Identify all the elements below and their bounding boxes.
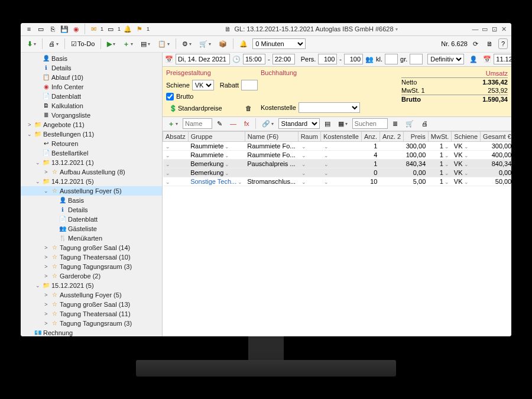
flag-icon[interactable]: ⚑ [135,24,144,34]
grid-remove-button[interactable]: — [227,118,239,129]
gear-button[interactable]: ⚙ [179,38,194,50]
stdprice-button[interactable]: 💲 Standardpreise [166,103,225,114]
grid-add-button[interactable]: ＋ [165,118,181,130]
tree-node[interactable]: 📄Datenblatt [21,92,162,101]
tree-node[interactable]: 📄Datenblatt [21,215,162,224]
col-header[interactable]: Preis [404,131,429,141]
expand-icon[interactable]: ⌄ [35,283,41,288]
expand-icon[interactable]: > [43,169,49,175]
tree-node[interactable]: >☆Tagung Theatersaal (10) [21,252,162,262]
tree-node[interactable]: ⌄📁Bestellungen (11) [21,129,162,139]
grid-edit-button[interactable]: ✎ [214,118,225,129]
col-header[interactable]: Absatz [163,131,189,141]
grid-cart-button[interactable]: 🛒 [403,118,417,129]
note-icon[interactable]: ▭ [106,24,115,34]
tree-node[interactable]: ℹDetails [21,205,162,215]
bell-icon[interactable]: 🔔 [123,24,132,34]
clipboard-button[interactable]: 📋 [155,38,173,50]
tree-node[interactable]: >☆Tagung Theatersaal (11) [21,309,162,319]
expand-icon[interactable]: > [43,292,49,298]
tree-node[interactable]: 👤Basis [21,196,162,205]
copy-icon[interactable]: ⎘ [48,24,57,34]
grid-link-button[interactable]: 🔗 [259,118,277,129]
minimize-button[interactable]: — [471,25,479,33]
expand-icon[interactable]: > [27,122,33,128]
export-button[interactable]: ⬇ [24,38,39,50]
print-button[interactable]: 🖨 [46,38,61,49]
grid-name-input[interactable] [183,118,212,129]
grid-layout-select[interactable]: Standard [278,118,320,129]
time-to-input[interactable] [273,54,295,64]
pers-from-input[interactable] [318,54,337,64]
tree-node[interactable]: >📁Angebote (11) [21,120,162,129]
user-button[interactable]: 👤 [466,54,481,65]
grid-list-button[interactable]: ▤ [322,118,333,129]
expand-icon[interactable]: > [43,245,49,251]
table-row[interactable]: ⌄ Bemerkung Pauschalpreis ... 1 840,34 1… [163,159,512,168]
expand-icon[interactable]: > [43,273,49,279]
tree-node[interactable]: ≣Vorgangsliste [21,111,162,120]
grid-grid-button[interactable]: ▦ [335,118,351,129]
expand-icon[interactable]: > [43,320,49,326]
close-button[interactable]: ✕ [499,25,508,33]
grid-search-input[interactable] [352,118,388,129]
col-header[interactable]: Kostenstelle [320,131,361,141]
tree-node[interactable]: 🗎Kalkulation [21,101,162,111]
tree-node[interactable]: ⌄📁15.12.2021 (5) [21,281,162,290]
doc-button[interactable]: 🗎 [484,38,496,49]
gr-input[interactable] [410,54,423,64]
col-header[interactable]: Anz. 2 [379,131,403,141]
tree-node[interactable]: >☆Tagung großer Saal (14) [21,243,162,252]
kl-input[interactable] [385,54,398,64]
col-header[interactable]: Gruppe [188,131,245,141]
save-icon[interactable]: 💾 [60,24,69,34]
tree-node[interactable]: ↩Retouren [21,139,162,148]
bell-button[interactable]: 🔔 [236,38,251,50]
grid-print-button[interactable]: 🖨 [419,118,431,129]
expand-icon[interactable]: ⌄ [43,188,49,194]
expand-icon[interactable]: > [43,301,49,307]
table-row[interactable]: ⌄ Raummiete Raummiete Fo... 1 300,00 1 V… [163,141,512,150]
form-button[interactable]: ▤ [138,38,153,50]
tree-node[interactable]: >☆Garderobe (2) [21,271,162,281]
table-row[interactable]: ⌄ Sonstige Tech... Stromanschlus... 10 5… [163,177,512,186]
window-icon[interactable]: ▭ [36,24,46,34]
tree-node[interactable]: >☆Tagung Tagungsraum (3) [21,262,162,271]
tree-node[interactable]: ⌄📁14.12.2021 (5) [21,177,162,186]
grid-fx-button[interactable]: fx [241,118,252,129]
table-row[interactable]: ⌄ Bemerkung 0 0,00 1 VK 0,00 [163,168,512,177]
tree-node[interactable]: ⌄📁13.12.2021 (1) [21,158,162,167]
rabatt-input[interactable] [241,80,258,90]
refresh-button[interactable]: ⟳ [470,38,481,50]
kst-select[interactable] [299,102,360,113]
nav-tree[interactable]: 👤BasisℹDetails📋Ablauf (10)◉Info Center📄D… [21,53,163,336]
nav-date-input[interactable] [494,54,511,64]
calendar-nav-icon[interactable]: 📅 [483,54,491,64]
col-header[interactable]: Raum [298,131,320,141]
tree-node[interactable]: 👥Gästeliste [21,224,162,233]
col-header[interactable]: Gesamt € [481,131,511,141]
col-header[interactable]: Name (F6) [245,131,298,141]
add-button[interactable]: ＋ [120,38,136,50]
tree-node[interactable]: >☆Aufbau Ausstellung (8) [21,167,162,177]
chevron-down-icon[interactable]: ▾ [395,27,398,32]
mail-icon[interactable]: ✉ [89,24,98,34]
time-from-input[interactable] [243,54,265,64]
target-icon[interactable]: ◉ [72,24,81,34]
menu-icon[interactable]: ≡ [24,24,34,34]
calendar-icon[interactable]: 📅 [165,54,173,64]
tree-node[interactable]: ⌄☆Ausstellung Foyer (5) [21,186,162,196]
col-header[interactable]: Schiene [452,131,481,141]
help-button[interactable]: ? [498,38,508,49]
tree-node[interactable]: >☆Tagung Tagungsraum (3) [21,319,162,328]
tree-node[interactable]: >☆Tagung großer Saal (13) [21,300,162,309]
table-row[interactable]: ⌄ Raummiete Raummiete Fo... 4 100,00 1 V… [163,150,512,159]
tree-node[interactable]: 📄Bestellartikel [21,148,162,158]
expand-icon[interactable]: ⌄ [35,179,41,184]
pers-to-input[interactable] [344,54,363,64]
package-button[interactable]: 📦 [216,38,230,50]
status-select[interactable]: Definitiv [427,54,464,64]
col-header[interactable]: Anz. [361,131,379,141]
tree-node[interactable]: ◉Info Center [21,82,162,92]
col-header[interactable]: MwSt. [428,131,452,141]
